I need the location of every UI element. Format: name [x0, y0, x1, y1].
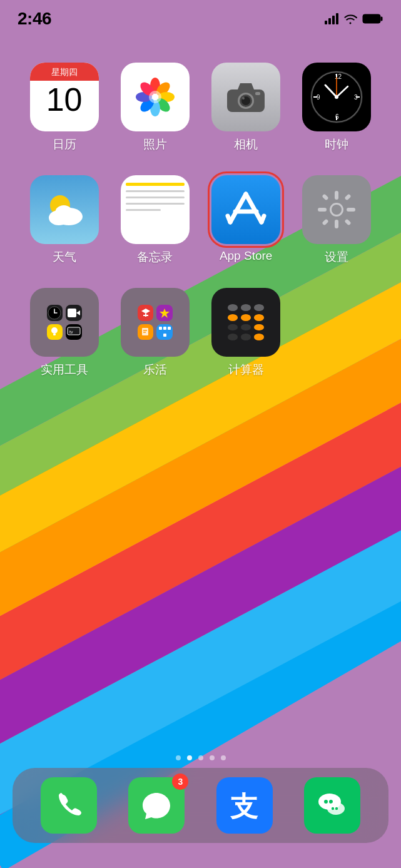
folder-video [66, 305, 82, 321]
svg-rect-57 [318, 208, 327, 212]
lehuo-folder-grid [130, 297, 180, 347]
wechat-svg [313, 787, 351, 824]
calc-btn-4 [228, 314, 238, 321]
dock-alipay[interactable]: 支 [216, 777, 273, 834]
settings-label: 设置 [325, 249, 348, 265]
folder-apps [156, 324, 173, 340]
app-calculator[interactable]: 计算器 [201, 288, 292, 378]
svg-rect-15 [381, 17, 383, 21]
svg-point-69 [51, 327, 58, 334]
page-dot-2[interactable] [187, 755, 192, 760]
svg-text:tv: tv [69, 330, 73, 334]
settings-svg [315, 188, 358, 232]
svg-rect-70 [53, 334, 56, 335]
utility-folder-grid: tv [39, 297, 89, 347]
alipay-svg: 支 [225, 786, 264, 825]
folder-light [47, 324, 63, 340]
lehuo-label: 乐活 [143, 362, 167, 378]
calc-btn-3 [254, 304, 264, 311]
page-indicators [0, 755, 401, 760]
signal-icon [325, 13, 338, 24]
phone-svg [53, 789, 85, 822]
alipay-icon: 支 [216, 777, 273, 834]
svg-rect-58 [347, 208, 355, 212]
calc-btn-9 [254, 324, 264, 331]
app-calendar[interactable]: 星期四 10 日历 [19, 63, 109, 153]
app-photos[interactable]: 照片 [109, 63, 200, 153]
page-dot-3[interactable] [198, 755, 203, 760]
calc-btn-6 [254, 314, 264, 321]
signal-bar-2 [328, 18, 331, 24]
dock-phone[interactable] [41, 777, 97, 834]
svg-point-63 [332, 205, 342, 215]
notes-line-yellow [126, 183, 185, 186]
app-clock[interactable]: 12 3 6 9 时钟 [292, 63, 382, 153]
signal-bar-4 [336, 13, 338, 24]
svg-point-29 [242, 97, 245, 100]
svg-line-50 [246, 194, 261, 222]
status-time: 2:46 [18, 9, 51, 29]
messages-badge: 3 [172, 774, 188, 790]
svg-marker-68 [76, 310, 80, 315]
svg-text:3: 3 [354, 94, 358, 101]
calendar-day: 星期四 [30, 63, 99, 81]
utility-label: 实用工具 [41, 362, 88, 378]
app-camera[interactable]: 相机 [201, 63, 292, 153]
calculator-icon [211, 288, 280, 357]
notes-line-2 [126, 197, 185, 198]
svg-rect-59 [322, 193, 329, 200]
status-bar: 2:46 [0, 0, 401, 38]
notes-line-4 [126, 209, 161, 211]
svg-rect-14 [363, 14, 380, 23]
svg-rect-77 [142, 328, 148, 335]
phone-icon [41, 777, 97, 834]
svg-text:6: 6 [335, 113, 339, 120]
app-weather[interactable]: 天气 [19, 175, 109, 265]
dock-wechat[interactable] [304, 777, 360, 834]
camera-label: 相机 [234, 136, 258, 153]
camera-svg [224, 78, 268, 116]
calculator-grid [221, 298, 270, 347]
svg-rect-60 [345, 193, 352, 200]
svg-point-44 [335, 95, 338, 99]
calc-btn-12 [254, 334, 264, 340]
page-dot-5[interactable] [221, 755, 226, 760]
clock-label: 时钟 [325, 136, 348, 153]
weather-label: 天气 [53, 249, 76, 265]
photos-flower-svg [130, 72, 180, 122]
camera-icon-bg [211, 63, 280, 131]
svg-point-86 [335, 807, 338, 810]
app-settings[interactable]: 设置 [292, 175, 382, 265]
page-dot-4[interactable] [210, 755, 215, 760]
notes-line-3 [126, 203, 185, 205]
clock-icon-bg: 12 3 6 9 [302, 63, 371, 131]
appstore-label: App Store [220, 249, 273, 263]
calc-btn-11 [241, 334, 251, 340]
dock-messages[interactable]: 3 [128, 777, 185, 834]
signal-bar-1 [325, 21, 327, 24]
page-dot-1[interactable] [176, 755, 181, 760]
svg-text:12: 12 [335, 73, 342, 80]
messages-svg [139, 788, 174, 823]
app-lehuo-folder[interactable]: 乐活 [109, 288, 200, 378]
app-utility-folder[interactable]: tv 实用工具 [19, 288, 109, 378]
wifi-icon [343, 13, 357, 24]
calc-btn-8 [241, 324, 251, 331]
weather-svg [36, 181, 93, 238]
calculator-label: 计算器 [228, 362, 264, 378]
calc-btn-7 [228, 324, 238, 331]
photos-icon [121, 63, 190, 131]
notes-icon [121, 175, 190, 244]
folder-clock [47, 305, 63, 321]
app-appstore[interactable]: App Store [201, 175, 292, 265]
calendar-date: 10 [46, 83, 83, 116]
svg-line-52 [228, 216, 230, 222]
svg-rect-62 [345, 218, 352, 225]
svg-marker-73 [141, 309, 150, 314]
calc-btn-10 [228, 334, 238, 340]
svg-line-49 [230, 194, 246, 222]
calendar-icon: 星期四 10 [30, 63, 99, 131]
svg-rect-55 [335, 191, 338, 200]
svg-text:9: 9 [317, 94, 320, 101]
app-notes[interactable]: 备忘录 [109, 175, 200, 265]
